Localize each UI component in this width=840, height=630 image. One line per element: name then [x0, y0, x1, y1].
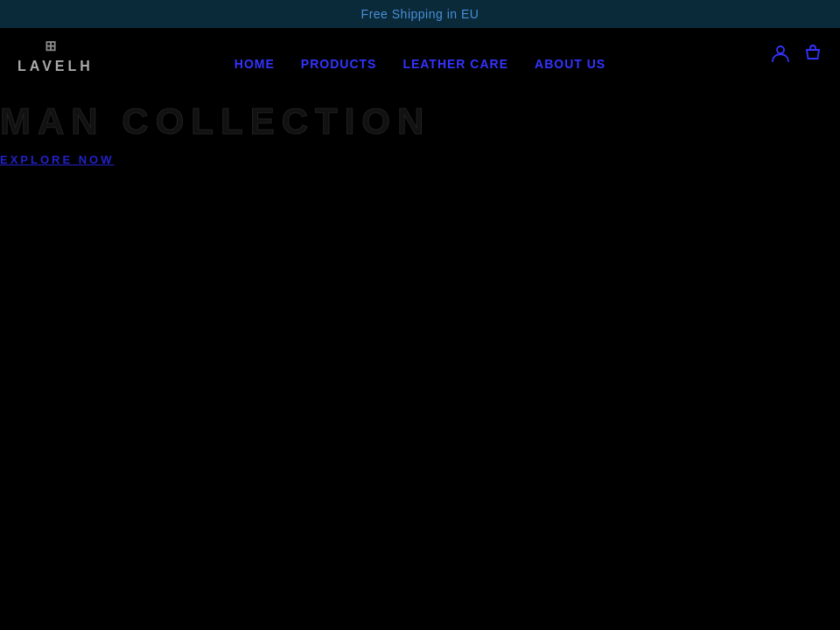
- cart-icon[interactable]: [803, 44, 822, 67]
- announcement-bar: Free Shipping in EU: [0, 0, 840, 28]
- hero-section: MAN COLLECTION EXPLORE NOW: [0, 83, 840, 630]
- nav-item-products[interactable]: PRODUCTS: [301, 56, 377, 72]
- nav-item-about-us[interactable]: ABOUT US: [535, 56, 606, 72]
- hero-cta-button[interactable]: EXPLORE NOW: [0, 153, 115, 166]
- nav-link-home[interactable]: HOME: [234, 57, 275, 71]
- hero-headline: MAN COLLECTION: [0, 101, 430, 143]
- header: ⊞ LAVELH HOME PRODUCTS LEATHER CARE ABOU…: [0, 28, 840, 83]
- header-icons: [771, 44, 822, 67]
- logo[interactable]: ⊞ LAVELH: [18, 37, 94, 74]
- nav-item-home[interactable]: HOME: [234, 56, 275, 72]
- user-icon[interactable]: [771, 44, 790, 67]
- logo-text: LAVELH: [18, 59, 94, 74]
- nav-item-leather-care[interactable]: LEATHER CARE: [402, 56, 508, 72]
- svg-point-1: [777, 46, 784, 53]
- nav-link-products[interactable]: PRODUCTS: [301, 57, 377, 71]
- svg-text:⊞: ⊞: [45, 38, 58, 53]
- nav-link-about-us[interactable]: ABOUT US: [535, 57, 606, 71]
- nav-link-leather-care[interactable]: LEATHER CARE: [402, 57, 508, 71]
- announcement-text: Free Shipping in EU: [361, 7, 480, 21]
- logo-icon: ⊞: [45, 37, 66, 59]
